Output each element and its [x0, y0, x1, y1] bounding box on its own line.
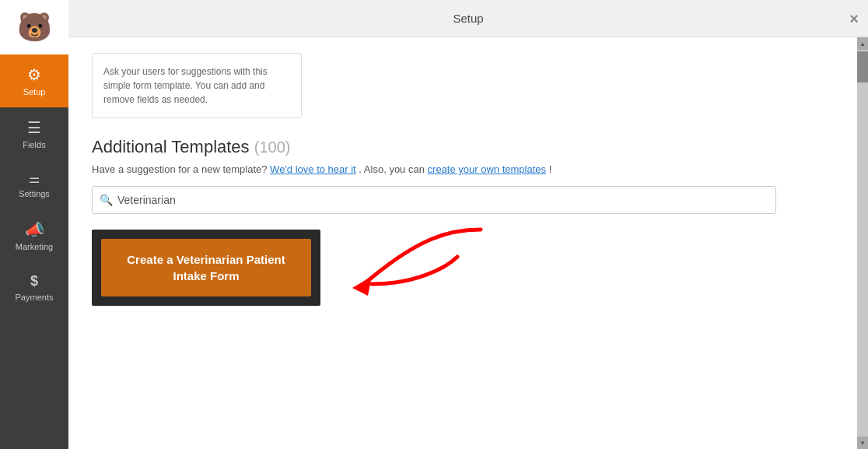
title-bar: Setup ×: [68, 0, 868, 37]
sidebar-item-marketing[interactable]: 📣 Marketing: [0, 209, 68, 262]
content-area: Ask your users for suggestions with this…: [68, 37, 868, 449]
template-card: Ask your users for suggestions with this…: [92, 53, 302, 118]
scrollbar-down-button[interactable]: ▼: [857, 437, 868, 449]
sidebar-item-setup[interactable]: ⚙ Setup: [0, 54, 68, 107]
create-own-link[interactable]: create your own templates: [428, 163, 546, 175]
fields-icon: ☰: [27, 118, 41, 137]
arrow-annotation: [294, 214, 496, 339]
sidebar-label-marketing: Marketing: [16, 242, 53, 251]
sidebar-item-settings[interactable]: ⚌ Settings: [0, 160, 68, 209]
template-card-text: Ask your users for suggestions with this…: [103, 65, 290, 107]
search-icon: 🔍: [100, 194, 113, 206]
search-container: 🔍: [92, 186, 776, 214]
sidebar: 🐻 ⚙ Setup ☰ Fields ⚌ Settings 📣 Marketin…: [0, 0, 68, 449]
template-count: (100): [254, 139, 291, 156]
app-logo-icon: 🐻: [17, 11, 52, 44]
marketing-icon: 📣: [25, 220, 44, 239]
create-template-button[interactable]: Create a Veterinarian Patient Intake For…: [101, 239, 311, 296]
section-title: Additional Templates (100): [92, 137, 834, 157]
additional-templates-section: Additional Templates (100) Have a sugges…: [92, 137, 834, 306]
scrollbar-up-button[interactable]: ▲: [857, 37, 868, 50]
sidebar-logo: 🐻: [0, 0, 68, 54]
close-button[interactable]: ×: [849, 9, 859, 27]
sidebar-label-payments: Payments: [16, 293, 54, 302]
settings-icon: ⚌: [29, 171, 40, 186]
setup-icon: ⚙: [27, 65, 41, 84]
template-result-area: Create a Veterinarian Patient Intake For…: [92, 230, 320, 306]
sidebar-label-fields: Fields: [23, 140, 45, 149]
sidebar-label-setup: Setup: [23, 87, 46, 96]
template-result-wrapper: Create a Veterinarian Patient Intake For…: [92, 230, 320, 306]
svg-marker-0: [352, 276, 372, 296]
main-window: Setup × Ask your users for suggestions w…: [68, 0, 868, 449]
payments-icon: $: [30, 273, 38, 289]
main-content: Ask your users for suggestions with this…: [68, 37, 857, 449]
scrollbar-thumb[interactable]: [857, 51, 868, 82]
window-title: Setup: [453, 12, 483, 25]
section-subtitle: Have a suggestion for a new template? We…: [92, 163, 834, 175]
sidebar-label-settings: Settings: [19, 189, 50, 198]
scrollbar[interactable]: ▲ ▼: [857, 37, 868, 449]
sidebar-item-fields[interactable]: ☰ Fields: [0, 107, 68, 160]
sidebar-item-payments[interactable]: $ Payments: [0, 262, 68, 313]
suggestion-link[interactable]: We'd love to hear it: [270, 163, 356, 175]
search-input[interactable]: [92, 186, 776, 214]
